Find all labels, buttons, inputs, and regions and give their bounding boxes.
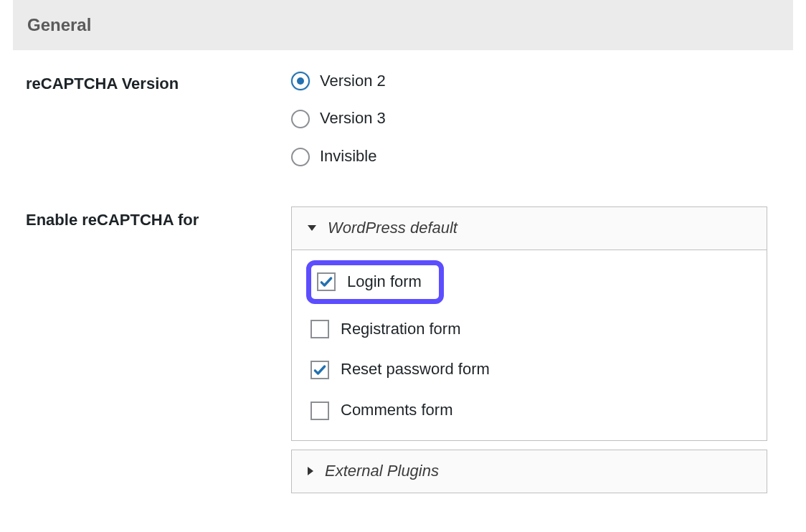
checkbox-icon [310,402,329,420]
radio-icon [291,110,310,128]
radio-icon [291,72,310,90]
field-recaptcha-version: reCAPTCHA Version Version 2 Version 3 In… [13,70,793,168]
section-header-general: General [13,0,793,50]
checkbox-comments-form[interactable]: Comments form [306,395,752,426]
checkbox-label: Comments form [341,399,452,422]
field-enable-for: Enable reCAPTCHA for WordPress default L… [13,206,793,493]
checkbox-registration-form[interactable]: Registration form [306,314,752,345]
radio-label: Invisible [320,146,376,168]
accordion-title: WordPress default [328,217,457,239]
accordion-wordpress-default: WordPress default Login form Registratio… [291,206,767,441]
radio-icon [291,148,310,166]
radio-group-version: Version 2 Version 3 Invisible [291,70,780,168]
checkbox-label: Login form [347,271,422,293]
accordion-title: External Plugins [325,460,439,483]
section-title: General [27,13,779,37]
chevron-right-icon [308,467,313,475]
field-control-enable-for: WordPress default Login form Registratio… [291,206,780,493]
field-label-version: reCAPTCHA Version [26,70,291,95]
checkbox-label: Registration form [341,318,461,341]
checkbox-icon [310,361,329,379]
settings-container: General reCAPTCHA Version Version 2 Vers… [0,0,806,493]
field-label-enable-for: Enable reCAPTCHA for [26,206,291,232]
accordion-head-wordpress-default[interactable]: WordPress default [292,207,767,250]
checkbox-reset-password-form[interactable]: Reset password form [306,354,752,385]
accordion-external-plugins: External Plugins [291,450,767,493]
checkbox-icon [317,272,336,291]
chevron-down-icon [308,225,316,231]
radio-version-invisible[interactable]: Invisible [291,146,780,168]
checkbox-icon [310,320,329,338]
accordion-head-external-plugins[interactable]: External Plugins [292,450,767,493]
field-control-version: Version 2 Version 3 Invisible [291,70,780,168]
radio-label: Version 3 [320,108,386,130]
radio-label: Version 2 [320,70,386,92]
checkbox-label: Reset password form [341,358,490,381]
radio-version-3[interactable]: Version 3 [291,108,780,130]
checkbox-login-form[interactable]: Login form [306,260,444,304]
radio-version-2[interactable]: Version 2 [291,70,780,92]
accordion-body-wordpress-default: Login form Registration form Reset passw… [292,250,767,440]
